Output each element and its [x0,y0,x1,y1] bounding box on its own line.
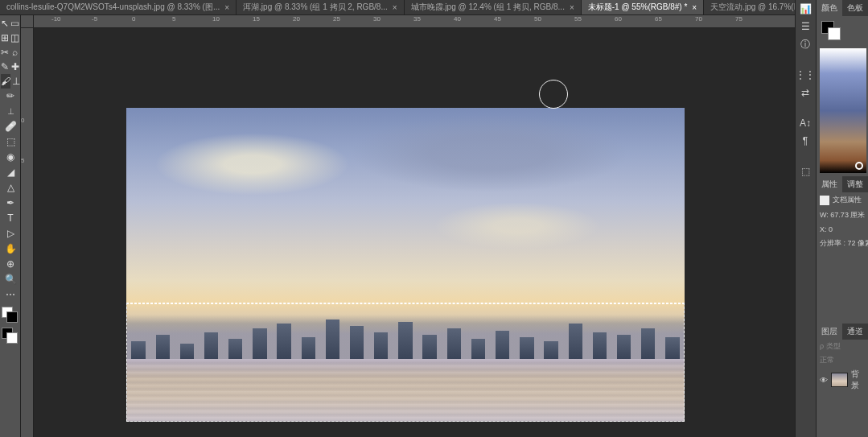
tab-1[interactable]: 洱湖.jpg @ 8.33% (组 1 拷贝 2, RGB/8...× [237,0,405,14]
tab-channels[interactable]: 通道 [842,324,868,340]
gradient-tool[interactable]: ◉ [1,150,20,164]
ruler-horizontal[interactable]: -10 -5 0 5 10 15 20 25 30 35 40 45 50 55… [34,15,795,28]
doc-properties-header: 文档属性 [817,192,868,208]
layer-name: 背景 [851,369,865,391]
marquee-rect-tool[interactable]: ⬚ [1,134,20,149]
x-field[interactable]: X: 0 [817,223,868,236]
navigator-icon[interactable]: ☰ [796,18,815,35]
document-tabs: collins-lesulie-Q7QM2WSOTs4-unsplash.jpg… [0,0,868,15]
layer-search[interactable]: ρ 类型 [820,342,841,350]
blend-mode-select[interactable]: 正常 [820,356,834,364]
zoom-tool[interactable]: 🔍 [1,272,20,287]
stamp-tool[interactable]: ⊥ [12,74,20,89]
tab-2[interactable]: 城市晚霞.jpg @ 12.4% (组 1 拷贝, RGB/8...× [405,0,582,14]
canvas-area: -10 -5 0 5 10 15 20 25 30 35 40 45 50 55… [21,15,795,437]
width-field[interactable]: W: 67.73 厘米 [817,208,868,223]
tab-0[interactable]: collins-lesulie-Q7QM2WSOTs4-unsplash.jpg… [0,0,237,14]
blur-tool[interactable]: ◢ [1,165,20,179]
selection-marquee [126,303,685,422]
move-tool[interactable]: ↖ [1,16,9,31]
layer-panel-tabs: 图层 通道 [817,324,868,340]
adjust-icon[interactable]: ⋮⋮ [796,66,815,84]
tab-layers[interactable]: 图层 [817,324,842,340]
tab-3[interactable]: 未标题-1 @ 55%(RGB/8#) *× [582,0,704,14]
close-icon[interactable]: × [570,3,574,12]
eyedropper-tool[interactable]: ✎ [1,60,10,74]
right-panels: 颜色 色板 属性 调整 文档属性 W: 67.73 厘米 X: 0 分辨率 : … [816,0,868,437]
type-tool[interactable]: T [1,211,20,225]
prop-panel-tabs: 属性 调整 [817,176,868,192]
patch-tool[interactable]: 🩹 [1,119,20,134]
fg-bg-swatch[interactable] [821,21,841,40]
image-content [126,108,685,422]
brush-tool[interactable]: 🖌 [1,74,10,89]
resolution-field[interactable]: 分辨率 : 72 像素 [817,236,868,251]
ruler-vertical[interactable]: 0 5 [21,28,34,437]
paragraph-icon[interactable]: ¶ [796,132,815,150]
color-spectrum[interactable] [820,48,866,173]
artboard-tool[interactable]: ▭ [10,16,19,31]
dodge-tool[interactable]: △ [1,180,20,195]
character-icon[interactable]: A↕ [796,114,815,132]
brush-cursor-icon [539,80,568,109]
histogram-icon[interactable]: 📊 [796,0,815,18]
library-icon[interactable]: ⬚ [796,163,815,180]
canvas[interactable] [126,108,685,422]
tools-panel: ↖▭ ⊞◫ ✂⌕ ✎✚ 🖌⊥ ✏ ⟂ 🩹 ⬚ ◉ ◢ △ ✒ T ▷ ✋ ⊕ 🔍… [0,15,21,437]
layer-thumbnail[interactable] [831,373,848,387]
layer-row[interactable]: 👁 背景 [817,367,868,393]
pen-tool[interactable]: ✒ [1,196,20,210]
tab-color[interactable]: 颜色 [817,0,842,16]
info-icon[interactable]: ⓘ [796,35,815,53]
ruler-origin[interactable] [21,15,34,28]
crop-tool[interactable]: ◫ [10,31,19,45]
lasso-tool[interactable]: ✂ [1,45,10,60]
close-icon[interactable]: × [393,3,397,12]
visibility-icon[interactable]: 👁 [820,376,828,385]
color-panel-tabs: 颜色 色板 [817,0,868,16]
path-tool[interactable]: ▷ [1,226,20,241]
tab-adjust[interactable]: 调整 [842,176,868,192]
collapsed-panels: 📊 ☰ ⓘ ⋮⋮ ⇄ A↕ ¶ ⬚ [795,0,816,437]
eraser-tool[interactable]: ⟂ [1,104,20,118]
tab-properties[interactable]: 属性 [817,176,842,192]
heal-tool[interactable]: ✚ [11,60,20,74]
more-tools[interactable]: ⋯ [1,287,20,302]
close-icon[interactable]: × [224,3,229,12]
hand-tool[interactable]: ✋ [1,241,20,256]
styles-icon[interactable]: ⇄ [796,84,815,101]
history-brush-tool[interactable]: ✏ [1,89,20,103]
tab-swatches[interactable]: 色板 [842,0,868,16]
rotate-tool[interactable]: ⊕ [1,257,20,271]
marquee-tool[interactable]: ⊞ [1,31,9,45]
color-swatches[interactable] [0,305,19,324]
mask-swatches[interactable] [0,326,19,345]
frame-tool[interactable]: ⌕ [11,45,20,60]
close-icon[interactable]: × [692,3,697,12]
